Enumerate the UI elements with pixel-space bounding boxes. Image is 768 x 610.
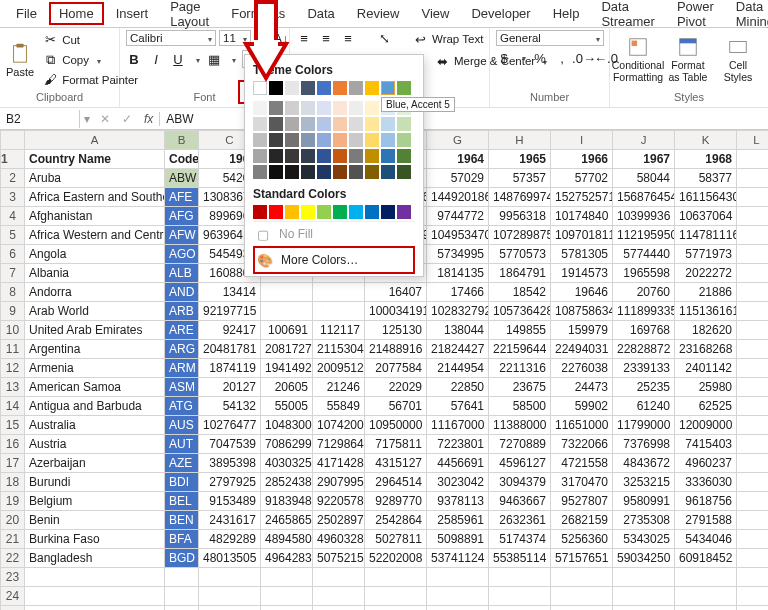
cell[interactable]: 5774440	[613, 245, 675, 264]
cell[interactable]: 1864791	[489, 264, 551, 283]
align-bottom-icon[interactable]: ≡	[340, 30, 356, 46]
cell[interactable]: 11651000	[551, 416, 613, 435]
theme-shade-swatch[interactable]	[301, 101, 315, 115]
cell[interactable]: 3094379	[489, 473, 551, 492]
cell[interactable]	[427, 606, 489, 611]
cell[interactable]: AUS	[165, 416, 199, 435]
column-header[interactable]: J	[613, 131, 675, 150]
cell[interactable]: 1966	[551, 150, 613, 169]
cell[interactable]: 2431617	[199, 511, 261, 530]
theme-color-swatch[interactable]	[397, 81, 411, 95]
cell[interactable]: 2009512	[313, 359, 365, 378]
column-header[interactable]: L	[737, 131, 769, 150]
cell[interactable]	[199, 568, 261, 587]
cell[interactable]: 20127	[199, 378, 261, 397]
cell[interactable]: 21153042	[313, 340, 365, 359]
cell[interactable]: 19646	[551, 283, 613, 302]
cell[interactable]: 1967	[613, 150, 675, 169]
cell[interactable]: 152752571	[551, 188, 613, 207]
theme-shade-swatch[interactable]	[365, 117, 379, 131]
cell[interactable]: 21824427	[427, 340, 489, 359]
cell[interactable]	[365, 606, 427, 611]
cell[interactable]	[737, 359, 769, 378]
standard-color-swatch[interactable]	[333, 205, 347, 219]
cell[interactable]: 18542	[489, 283, 551, 302]
cell[interactable]: 2797925	[199, 473, 261, 492]
conditional-formatting-button[interactable]: Conditional Formatting	[616, 36, 660, 83]
cell[interactable]: 4960237	[675, 454, 737, 473]
cell[interactable]: 16407	[365, 283, 427, 302]
cell[interactable]: 5734995	[427, 245, 489, 264]
cell[interactable]: 55849	[313, 397, 365, 416]
theme-shade-swatch[interactable]	[253, 101, 267, 115]
theme-shade-swatch[interactable]	[317, 117, 331, 131]
cell[interactable]: BEN	[165, 511, 199, 530]
cell[interactable]	[313, 283, 365, 302]
theme-shade-swatch[interactable]	[397, 165, 411, 179]
cell[interactable]	[675, 587, 737, 606]
tab-formulas[interactable]: Formulas	[221, 2, 295, 25]
cell[interactable]: 17466	[427, 283, 489, 302]
underline-dropdown[interactable]	[192, 52, 200, 66]
cell[interactable]: 7376998	[613, 435, 675, 454]
theme-shade-swatch[interactable]	[285, 117, 299, 131]
cell[interactable]: 9463667	[489, 492, 551, 511]
cell[interactable]: American Samoa	[25, 378, 165, 397]
cell[interactable]	[489, 606, 551, 611]
theme-shade-swatch[interactable]	[301, 149, 315, 163]
cell[interactable]	[427, 587, 489, 606]
cell[interactable]: BGD	[165, 549, 199, 568]
cell[interactable]: 25235	[613, 378, 675, 397]
comma-format-icon[interactable]: ,	[554, 50, 570, 66]
cell[interactable]	[737, 169, 769, 188]
standard-color-swatch[interactable]	[317, 205, 331, 219]
cell[interactable]: 57641	[427, 397, 489, 416]
font-name-combo[interactable]: Calibri	[126, 30, 216, 46]
cell[interactable]: 62525	[675, 397, 737, 416]
cell[interactable]: 138044	[427, 321, 489, 340]
theme-shade-swatch[interactable]	[285, 133, 299, 147]
cell[interactable]: 1968	[675, 150, 737, 169]
theme-color-swatch[interactable]	[381, 81, 395, 95]
row-header[interactable]: 9	[1, 302, 25, 321]
standard-color-swatch[interactable]	[365, 205, 379, 219]
standard-color-swatch[interactable]	[349, 205, 363, 219]
cell[interactable]: 4596127	[489, 454, 551, 473]
cell[interactable]: 55005	[261, 397, 313, 416]
cell[interactable]: 20481781	[199, 340, 261, 359]
cell[interactable]	[737, 302, 769, 321]
cell[interactable]: ATG	[165, 397, 199, 416]
cell[interactable]: 7175811	[365, 435, 427, 454]
row-header[interactable]: 1	[1, 150, 25, 169]
cell[interactable]: 13414	[199, 283, 261, 302]
theme-shade-swatch[interactable]	[269, 165, 283, 179]
theme-shade-swatch[interactable]	[269, 101, 283, 115]
cell[interactable]	[313, 302, 365, 321]
row-header[interactable]: 16	[1, 435, 25, 454]
cell[interactable]: Aruba	[25, 169, 165, 188]
increase-decimal-icon[interactable]: .0→	[576, 50, 592, 66]
theme-shade-swatch[interactable]	[317, 101, 331, 115]
format-as-table-button[interactable]: Format as Table	[666, 36, 710, 83]
cell[interactable]: 9153489	[199, 492, 261, 511]
theme-shade-swatch[interactable]	[349, 149, 363, 163]
cell[interactable]	[489, 568, 551, 587]
cell[interactable]: 92197715	[199, 302, 261, 321]
cell[interactable]: 2211316	[489, 359, 551, 378]
cell[interactable]	[313, 568, 365, 587]
cell[interactable]	[675, 568, 737, 587]
cell[interactable]	[25, 587, 165, 606]
cell[interactable]: 54132	[199, 397, 261, 416]
cell[interactable]: Austria	[25, 435, 165, 454]
cell[interactable]: 2735308	[613, 511, 675, 530]
cell[interactable]: 9183948	[261, 492, 313, 511]
cell[interactable]: 3336030	[675, 473, 737, 492]
cell[interactable]: ABW	[165, 169, 199, 188]
cell[interactable]	[261, 587, 313, 606]
cell[interactable]: 7047539	[199, 435, 261, 454]
cell[interactable]: AFG	[165, 207, 199, 226]
cell[interactable]: 9527807	[551, 492, 613, 511]
cell[interactable]: 5174374	[489, 530, 551, 549]
theme-shade-swatch[interactable]	[269, 149, 283, 163]
theme-shade-swatch[interactable]	[317, 133, 331, 147]
